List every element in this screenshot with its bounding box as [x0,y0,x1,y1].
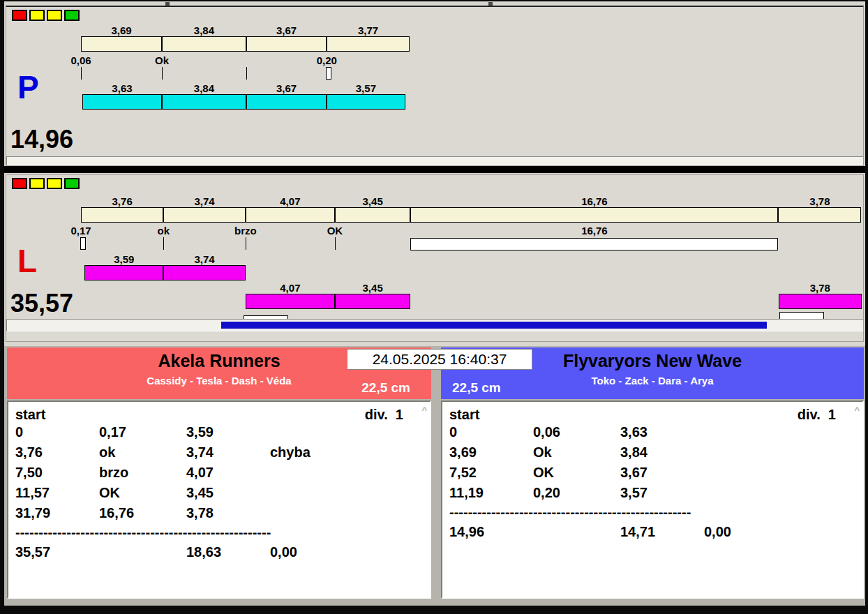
list-header-row: start div. 1 [442,402,862,422]
result-cell: chyba [270,442,430,463]
split-time-label: 3,77 [358,24,378,36]
dog-time-label: 3,78 [810,282,830,294]
split-bar-segment [246,36,327,52]
result-cell: 0 [15,422,99,442]
totals-row: 35,5718,630,00 [8,542,430,562]
result-row: 00,173,59 [8,422,430,442]
split-bar-segment [163,207,246,223]
lane-total-time: 14,96 [10,127,73,152]
lane-letter: L [17,245,37,277]
status-label: brzo [234,225,257,237]
split-time-label: 3,74 [194,195,214,207]
tick-mark [163,237,164,250]
dog-time-bar [162,94,246,110]
traffic-lights [12,10,80,21]
result-cell: 4,07 [186,463,270,483]
lane-panel-l: L 35,57 3,763,744,073,4516,763,780,17okb… [6,174,864,342]
dog-time-bar [246,94,327,110]
split-time-label: 16,76 [581,195,608,207]
result-cell: 3,67 [620,463,704,483]
result-cell: 11,57 [15,483,99,503]
split-bar-segment [778,207,861,223]
result-cell [270,503,430,523]
dog-time-bar [779,294,862,309]
result-cell: 3,69 [449,442,533,463]
tick-mark [162,67,163,80]
split-bar-segment [327,36,410,52]
status-light [29,10,45,21]
result-row: 3,69Ok3,84 [442,442,862,463]
result-cell [704,463,862,483]
totals-cell [533,522,620,542]
result-row: 00,063,63 [442,422,862,442]
result-cell: 3,45 [186,483,270,503]
tick-mark [246,67,247,80]
separator-row: ----------------------------------------… [8,523,430,542]
lane-panel-p: P 14,96 3,693,843,673,770,06Ok0,203,633,… [6,6,864,166]
result-row: 11,57OK3,45 [8,483,430,503]
status-label: ok [157,225,170,237]
split-bar-segment [162,36,246,52]
status-light [29,178,45,189]
totals-cell: 14,96 [449,522,533,542]
status-label: 0,06 [70,54,91,66]
division-label: div. 1 [365,405,403,422]
result-cell: ok [99,442,186,463]
result-cell: brzo [99,463,186,483]
dog-time-bar [163,265,246,280]
app-window: P 14,96 3,693,843,673,770,06Ok0,203,633,… [0,0,868,614]
dog-time-bar [82,94,162,110]
split-bar-segment [335,207,411,223]
result-row: 7,50brzo4,07 [8,463,430,483]
start-label: start [449,405,479,422]
split-time-label: 3,76 [112,195,133,207]
result-cell: 3,63 [620,422,704,442]
result-cell: 7,50 [15,463,99,483]
teams-section: Akela Runners Cassidy - Tesla - Dash - V… [4,346,865,606]
result-list[interactable]: start div. 1 00,063,633,69Ok3,847,52OK3,… [441,400,864,599]
result-cell: 3,74 [186,442,270,463]
dog-time-label: 3,63 [112,82,132,94]
status-light [47,178,62,189]
result-list[interactable]: start div. 1 00,173,593,76ok3,74chyba7,5… [7,400,431,599]
result-cell [704,422,862,442]
dog-time-label: 3,67 [276,82,297,94]
result-cell: 31,79 [15,503,99,523]
result-cell [270,422,430,442]
status-label: OK [327,225,343,237]
progress-bar [221,322,767,329]
result-row: 3,76ok3,74chyba [8,442,430,463]
dog-time-label: 3,74 [194,253,214,265]
separator-row: ----------------------------------------… [442,503,862,522]
status-label: 0,20 [317,54,337,66]
jump-height-label: 22,5 cm [361,380,410,396]
status-label: 0,17 [70,225,91,237]
dog-time-label: 3,84 [194,82,214,94]
jump-height-label: 22,5 cm [452,380,501,396]
dog-time-bar [327,94,405,110]
tick-box [326,67,331,80]
result-cell [270,483,430,503]
result-cell: 3,57 [620,483,704,503]
scrollbar-up-arrow[interactable]: ^ [854,405,860,415]
totals-cell: 0,00 [270,542,430,562]
lane-bottom-strip [6,319,864,331]
result-cell [270,463,430,483]
lane-letter: P [17,71,39,103]
result-row: 11,190,203,57 [442,483,862,503]
dog-time-label: 3,57 [356,82,376,94]
result-cell: 0,20 [533,483,620,503]
result-cell: OK [99,483,186,503]
totals-cell: 14,71 [620,522,704,542]
pending-segment-bar [410,238,778,250]
team-panel-right: Flyvaryors New Wave Toko - Zack - Dara -… [441,347,864,603]
split-bar-segment [81,207,163,223]
result-rows: 00,063,633,69Ok3,847,52OK3,6711,190,203,… [442,422,862,542]
timestamp: 24.05.2025 16:40:37 [347,349,532,370]
scrollbar-up-arrow[interactable]: ^ [421,405,427,415]
dog-time-label: 3,45 [363,282,383,294]
lane-total-time: 35,57 [10,291,73,316]
result-cell: 3,84 [620,442,704,463]
split-time-label: 3,45 [363,195,383,207]
result-cell: 3,78 [186,503,270,523]
